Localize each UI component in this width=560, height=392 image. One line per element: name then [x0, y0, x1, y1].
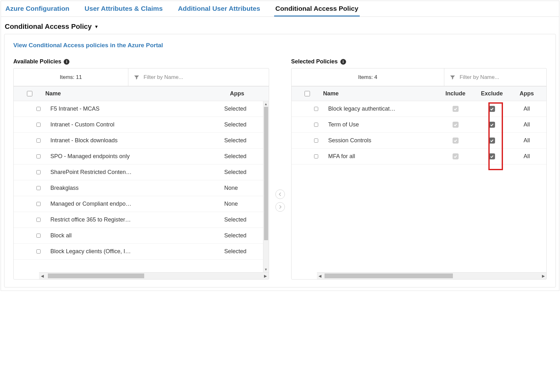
table-row[interactable]: F5 Intranet - MCASSelected: [14, 101, 263, 117]
available-filter-input[interactable]: [144, 74, 263, 80]
include-checkbox[interactable]: [453, 153, 459, 159]
policy-apps: All: [511, 137, 543, 144]
policy-apps: Selected: [224, 106, 259, 112]
tab-azure-configuration[interactable]: Azure Configuration: [4, 1, 71, 16]
row-checkbox[interactable]: [36, 186, 41, 190]
policy-name: Intranet - Custom Control: [47, 121, 224, 128]
policy-apps: Selected: [224, 121, 259, 128]
available-column-name: Name: [42, 90, 230, 97]
row-checkbox[interactable]: [36, 170, 41, 174]
row-checkbox[interactable]: [36, 234, 41, 238]
tab-additional-user-attributes[interactable]: Additional User Attributes: [177, 1, 261, 16]
move-right-button[interactable]: [275, 202, 285, 212]
move-left-button[interactable]: [275, 190, 285, 199]
policy-apps: Selected: [224, 169, 259, 176]
scroll-right-icon[interactable]: ▶: [540, 273, 546, 279]
scroll-left-icon[interactable]: ◀: [317, 273, 323, 279]
row-checkbox[interactable]: [36, 249, 41, 254]
info-icon[interactable]: i: [340, 59, 346, 65]
exclude-checkbox[interactable]: [489, 106, 495, 112]
table-row[interactable]: SPO - Managed endpoints onlySelected: [14, 149, 263, 164]
chevron-left-icon: [279, 192, 282, 196]
scroll-thumb[interactable]: [264, 107, 268, 240]
table-row[interactable]: SharePoint Restricted Conten…Selected: [14, 164, 263, 180]
section-title-text: Conditional Access Policy: [5, 22, 92, 31]
available-items-count: Items: 11: [14, 68, 128, 86]
policy-name: F5 Intranet - MCAS: [47, 106, 224, 112]
available-select-all-checkbox[interactable]: [27, 91, 32, 96]
table-row[interactable]: BreakglassNone: [14, 180, 263, 196]
row-checkbox[interactable]: [314, 138, 318, 143]
row-checkbox[interactable]: [36, 138, 41, 143]
selected-policies-title: Selected Policies: [291, 58, 338, 65]
table-row[interactable]: Term of UseAll: [292, 117, 547, 133]
policy-apps: None: [224, 185, 259, 191]
scroll-thumb[interactable]: [325, 273, 453, 278]
section-toggle[interactable]: Conditional Access Policy ▼: [1, 17, 559, 34]
policy-apps: None: [224, 201, 259, 207]
policy-apps: All: [511, 121, 543, 128]
policy-name: Block all: [47, 232, 224, 239]
policy-apps: All: [511, 153, 543, 160]
include-checkbox[interactable]: [453, 138, 459, 144]
selected-horizontal-scrollbar[interactable]: ◀ ▶: [317, 272, 547, 279]
table-row[interactable]: Block legacy authenticat…All: [292, 101, 547, 117]
policy-name: Block Legacy clients (Office, I…: [47, 248, 224, 255]
policy-name: Restrict office 365 to Register…: [47, 216, 224, 223]
policy-apps: All: [511, 106, 543, 112]
filter-icon: [133, 74, 140, 80]
row-checkbox[interactable]: [36, 202, 41, 206]
filter-icon: [449, 74, 456, 80]
scroll-up-icon[interactable]: ▲: [263, 101, 269, 107]
tab-conditional-access-policy[interactable]: Conditional Access Policy: [274, 1, 360, 16]
selected-column-apps: Apps: [511, 90, 543, 97]
table-row[interactable]: Block allSelected: [14, 228, 263, 244]
selected-filter-input[interactable]: [460, 74, 541, 80]
exclude-checkbox[interactable]: [489, 153, 495, 159]
row-checkbox[interactable]: [314, 123, 318, 127]
table-row[interactable]: Managed or Compliant endpo…None: [14, 196, 263, 212]
policy-apps: Selected: [224, 248, 259, 255]
view-in-azure-portal-link[interactable]: View Conditional Access policies in the …: [13, 42, 163, 49]
table-row[interactable]: Session ControlsAll: [292, 133, 547, 149]
row-checkbox[interactable]: [36, 154, 41, 158]
row-checkbox[interactable]: [314, 107, 318, 111]
available-policies-title: Available Policies: [13, 58, 61, 65]
policy-name: Managed or Compliant endpo…: [47, 201, 224, 207]
selected-column-name: Name: [319, 90, 438, 97]
selected-column-exclude: Exclude: [473, 90, 511, 97]
chevron-right-icon: [279, 205, 282, 209]
policy-name: Term of Use: [325, 121, 438, 128]
include-checkbox[interactable]: [453, 106, 459, 112]
include-checkbox[interactable]: [453, 122, 459, 128]
policy-apps: Selected: [224, 153, 259, 160]
policy-apps: Selected: [224, 137, 259, 144]
available-vertical-scrollbar[interactable]: ▲ ▼: [263, 101, 269, 272]
policy-name: MFA for all: [325, 153, 438, 160]
row-checkbox[interactable]: [36, 123, 41, 127]
scroll-right-icon[interactable]: ▶: [262, 273, 269, 279]
available-horizontal-scrollbar[interactable]: ◀ ▶: [39, 272, 269, 279]
main-tabs: Azure Configuration User Attributes & Cl…: [1, 1, 559, 17]
caret-down-icon: ▼: [94, 24, 99, 29]
exclude-checkbox[interactable]: [489, 122, 495, 128]
scroll-thumb[interactable]: [48, 273, 144, 278]
policy-name: Intranet - Block downloads: [47, 137, 224, 144]
policy-name: Block legacy authenticat…: [325, 106, 438, 112]
table-row[interactable]: Block Legacy clients (Office, I…Selected: [14, 244, 263, 260]
table-row[interactable]: Intranet - Block downloadsSelected: [14, 133, 263, 149]
info-icon[interactable]: i: [64, 59, 69, 65]
selected-select-all-checkbox[interactable]: [305, 91, 310, 96]
row-checkbox[interactable]: [36, 107, 41, 111]
scroll-left-icon[interactable]: ◀: [39, 273, 45, 279]
policy-apps: Selected: [224, 216, 259, 223]
tab-user-attributes-claims[interactable]: User Attributes & Claims: [83, 1, 164, 16]
exclude-checkbox[interactable]: [489, 138, 495, 144]
table-row[interactable]: MFA for allAll: [292, 149, 547, 164]
table-row[interactable]: Restrict office 365 to Register…Selected: [14, 212, 263, 228]
row-checkbox[interactable]: [36, 218, 41, 222]
table-row[interactable]: Intranet - Custom ControlSelected: [14, 117, 263, 133]
selected-column-include: Include: [438, 90, 473, 97]
row-checkbox[interactable]: [314, 154, 318, 158]
scroll-down-icon[interactable]: ▼: [263, 267, 269, 272]
